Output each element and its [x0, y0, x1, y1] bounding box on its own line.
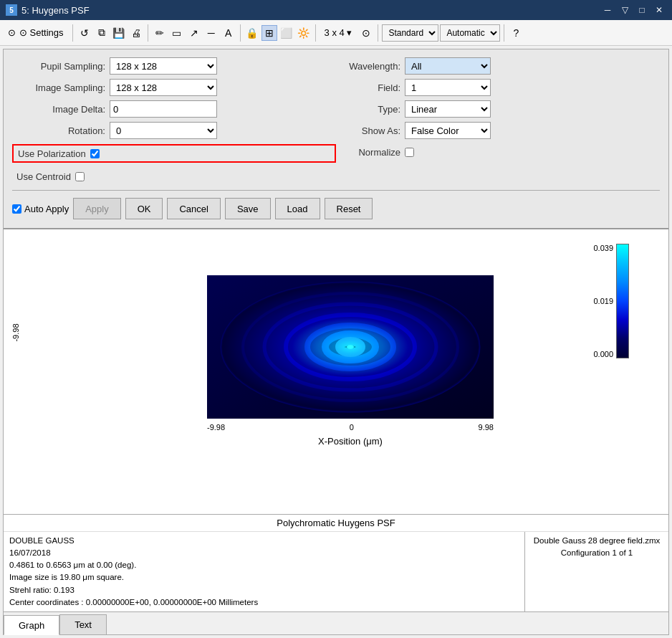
pupil-sampling-label: Pupil Sampling: [12, 61, 105, 72]
field-select[interactable]: 1 2 3 [405, 79, 491, 96]
rotation-select[interactable]: 0 90 180 270 [110, 122, 217, 139]
type-row: Type: Linear Log Phase Real Imaginary [336, 100, 660, 118]
lock-icon[interactable]: 🔒 [244, 25, 260, 41]
tab-graph[interactable]: Graph [4, 615, 59, 635]
info-line-4: Image size is 19.80 μm square. [9, 571, 519, 584]
use-centroid-label: Use Centroid [16, 171, 71, 182]
grid-size-button[interactable]: 3 x 4 ▾ [320, 23, 357, 43]
text-icon[interactable]: A [221, 25, 236, 41]
arrow-icon[interactable]: ↗ [186, 25, 202, 41]
colorbar-value-mid: 0.019 [593, 297, 613, 305]
window-icon: 5 [6, 4, 17, 16]
x-tick-right: 9.98 [479, 423, 494, 432]
field-label: Field: [336, 82, 400, 93]
plot-container: -9.98 [4, 229, 668, 514]
close-button[interactable]: ✕ [652, 3, 666, 17]
normalize-label: Normalize [336, 147, 400, 158]
copy-icon[interactable]: ⧉ [94, 25, 110, 41]
info-left: DOUBLE GAUSS 16/07/2018 0.4861 to 0.6563… [4, 532, 525, 612]
grid-icon[interactable]: ⊞ [261, 25, 277, 41]
form-right: Wavelength: All 1 2 3 Field: 1 2 3 [336, 57, 660, 186]
toolbar-separator [72, 24, 73, 42]
colorbar-value-top: 0.039 [593, 244, 613, 252]
x-tick-left: -9.98 [207, 423, 225, 432]
settings-icon: ⊙ [8, 27, 16, 38]
info-right-line-2: Configuration 1 of 1 [531, 547, 663, 559]
form-left: Pupil Sampling: 128 x 128 32 x 32 64 x 6… [12, 57, 336, 186]
save-icon[interactable]: 💾 [111, 25, 127, 41]
normalize-row: Normalize [336, 143, 660, 161]
use-centroid-checkbox[interactable] [75, 172, 85, 181]
wavelength-select[interactable]: All 1 2 3 [405, 57, 491, 75]
use-polarization-checkbox[interactable] [90, 149, 100, 158]
line-icon[interactable]: ─ [203, 25, 219, 41]
colorbar [616, 244, 629, 358]
window-title: 5: Huygens PSF [21, 5, 90, 16]
rotation-row: Rotation: 0 90 180 270 [12, 121, 336, 140]
x-ticks: -9.98 0 9.98 [207, 423, 494, 432]
toolbar-separator-4 [315, 24, 316, 42]
info-right: Double Gauss 28 degree field.zmx Configu… [525, 532, 668, 612]
automatic-dropdown[interactable]: Automatic [440, 24, 500, 42]
pupil-sampling-select[interactable]: 128 x 128 32 x 32 64 x 64 256 x 256 512 … [110, 57, 217, 75]
rectangle-icon[interactable]: ▭ [169, 25, 185, 41]
info-right-line-1: Double Gauss 28 degree field.zmx [531, 535, 663, 547]
auto-apply-label: Auto Apply [24, 204, 69, 214]
main-content: Pupil Sampling: 128 x 128 32 x 32 64 x 6… [3, 49, 669, 635]
field-row: Field: 1 2 3 [336, 78, 660, 97]
image-sampling-label: Image Sampling: [12, 82, 105, 93]
toolbar-separator-5 [378, 24, 378, 42]
auto-apply-container: Auto Apply [12, 204, 69, 214]
info-title: Polychromatic Huygens PSF [4, 515, 668, 532]
svg-point-9 [221, 282, 479, 411]
info-line-2: 16/07/2018 [9, 547, 519, 559]
plot-wrapper: -9.98 0 9.98 X-Position (μm) [207, 275, 494, 447]
save-button[interactable]: Save [225, 198, 271, 219]
menu-bar: ⊙ ⊙ Settings ↺ ⧉ 💾 🖨 ✏ ▭ ↗ ─ A 🔒 ⊞ ⬜ 🔆 3… [0, 20, 672, 46]
layout-icon[interactable]: ⬜ [279, 25, 294, 41]
divider [12, 190, 660, 191]
cancel-button[interactable]: Cancel [167, 198, 220, 219]
use-polarization-row: Use Polarization [12, 144, 336, 163]
minimize-button[interactable]: ─ [600, 3, 615, 17]
info-line-1: DOUBLE GAUSS [9, 535, 519, 547]
action-row: Auto Apply Apply OK Cancel Save Load Res… [12, 195, 660, 221]
help-icon[interactable]: ? [508, 25, 524, 41]
image-delta-input[interactable] [110, 100, 217, 118]
image-sampling-select[interactable]: 128 x 128 32 x 32 64 x 64 256 x 256 512 … [110, 79, 217, 96]
toolbar-separator-2 [148, 24, 148, 42]
use-centroid-row: Use Centroid [12, 167, 336, 186]
x-axis-label: X-Position (μm) [207, 436, 494, 447]
y-axis-label: -9.98 [11, 324, 20, 342]
bottom-tabs: Graph Text [4, 611, 668, 634]
apply-button[interactable]: Apply [73, 198, 121, 219]
psf-image [207, 275, 494, 419]
ok-button[interactable]: OK [125, 198, 163, 219]
load-button[interactable]: Load [275, 198, 320, 219]
maximize-button[interactable]: □ [635, 3, 649, 17]
record-icon[interactable]: ⊙ [358, 25, 374, 41]
tab-text[interactable]: Text [59, 614, 107, 634]
normalize-checkbox[interactable] [405, 148, 414, 157]
standard-dropdown[interactable]: Standard [382, 24, 438, 42]
restore-button[interactable]: ▽ [618, 3, 632, 17]
use-polarization-label: Use Polarization [18, 148, 86, 159]
colorbar-container: 0.039 0.019 0.000 [593, 244, 629, 358]
image-sampling-row: Image Sampling: 128 x 128 32 x 32 64 x 6… [12, 78, 336, 97]
auto-apply-checkbox[interactable] [12, 204, 21, 214]
wavelength-row: Wavelength: All 1 2 3 [336, 57, 660, 75]
info-line-6: Center coordinates : 0.00000000E+00, 0.0… [9, 596, 519, 609]
show-as-select[interactable]: False Color Greyscale Inverse Greyscale … [405, 122, 491, 139]
settings-menu[interactable]: ⊙ ⊙ Settings [3, 23, 69, 43]
refresh-icon[interactable]: ↺ [77, 25, 92, 41]
info-body: DOUBLE GAUSS 16/07/2018 0.4861 to 0.6563… [4, 532, 668, 612]
print-icon[interactable]: 🖨 [128, 25, 144, 41]
info-line-5: Strehl ratio: 0.193 [9, 584, 519, 596]
settings2-icon[interactable]: 🔆 [296, 25, 312, 41]
pencil-icon[interactable]: ✏ [152, 25, 168, 41]
title-controls: ─ ▽ □ ✕ [600, 3, 666, 17]
reset-button[interactable]: Reset [325, 198, 373, 219]
image-delta-row: Image Delta: [12, 100, 336, 118]
show-as-label: Show As: [336, 125, 400, 136]
type-select[interactable]: Linear Log Phase Real Imaginary [405, 100, 491, 118]
